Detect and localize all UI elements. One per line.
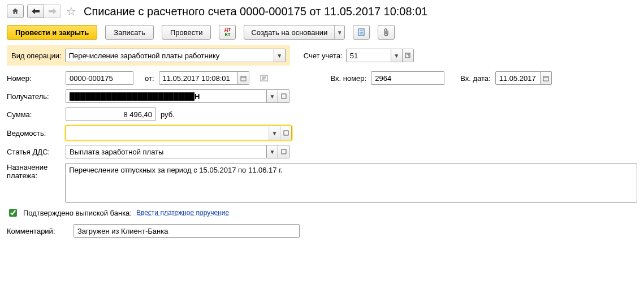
open-icon [283, 130, 289, 136]
recipient-input[interactable] [66, 89, 267, 103]
sum-input[interactable] [66, 108, 156, 121]
forward-button[interactable] [44, 5, 61, 18]
open-icon [281, 93, 287, 99]
incoming-date-label: Вх. дата: [460, 74, 490, 83]
open-icon [405, 53, 410, 58]
comment-label: Комментарий: [7, 227, 69, 235]
paperclip-icon [383, 28, 390, 36]
number-label: Номер: [7, 74, 61, 83]
svg-rect-13 [282, 94, 286, 98]
dtkt-icon: ДтКт [224, 27, 231, 37]
arrow-left-icon [32, 8, 40, 14]
incoming-num-input[interactable] [371, 71, 444, 85]
submit-button[interactable]: Провести [162, 25, 211, 40]
dropdown-button[interactable]: ▼ [267, 89, 278, 103]
dropdown-arrow-icon[interactable]: ▼ [334, 25, 344, 39]
open-button[interactable] [403, 49, 414, 62]
dropdown-button[interactable]: ▼ [391, 49, 403, 62]
incoming-date-input[interactable] [495, 71, 541, 85]
sheet-label: Ведомость: [7, 129, 61, 137]
print-icon-button[interactable] [257, 72, 271, 84]
purpose-label: Назначениеплатежа: [7, 163, 60, 180]
confirm-label: Подтверждено выпиской банка: [23, 209, 132, 217]
sum-label: Сумма: [7, 110, 61, 119]
calendar-button[interactable] [238, 71, 249, 85]
comment-input[interactable] [74, 224, 300, 238]
back-button[interactable] [27, 5, 44, 18]
dds-label: Статья ДДС: [7, 148, 61, 156]
recipient-label: Получатель: [7, 92, 61, 101]
number-input[interactable] [66, 71, 133, 85]
record-button[interactable]: Записать [105, 25, 154, 40]
confirm-checkbox[interactable] [9, 209, 17, 217]
svg-rect-15 [282, 149, 286, 154]
svg-rect-14 [284, 131, 288, 135]
dropdown-button[interactable]: ▼ [267, 145, 278, 158]
calendar-icon [543, 75, 549, 81]
favorite-star[interactable]: ☆ [64, 5, 78, 18]
create-based-label[interactable]: Создать на основании [244, 25, 334, 39]
purpose-textarea[interactable] [65, 163, 637, 203]
open-button[interactable] [280, 126, 291, 140]
operation-label: Вид операции: [11, 51, 62, 60]
open-button[interactable] [278, 89, 289, 103]
sheet-input[interactable] [66, 126, 269, 140]
account-label: Счет учета: [304, 51, 343, 60]
arrow-right-icon [49, 8, 57, 14]
dtkt-button[interactable]: ДтКт [219, 25, 236, 40]
create-based-button[interactable]: Создать на основании ▼ [244, 25, 345, 40]
page-title: Списание с расчетного счета 0000-000175 … [84, 5, 427, 18]
operation-select[interactable] [65, 49, 274, 62]
svg-rect-11 [543, 76, 548, 81]
dropdown-button[interactable]: ▼ [269, 126, 280, 140]
report-button[interactable] [353, 25, 370, 40]
datetime-input[interactable] [159, 71, 238, 85]
dds-input[interactable] [66, 145, 267, 158]
home-icon [11, 7, 19, 15]
calendar-icon [240, 75, 247, 81]
submit-close-button[interactable]: Провести и закрыть [7, 25, 97, 40]
attach-button[interactable] [378, 25, 395, 40]
sum-unit: руб. [161, 110, 175, 119]
document-icon [357, 28, 365, 36]
open-button[interactable] [278, 145, 289, 158]
calendar-button[interactable] [541, 71, 552, 85]
home-button[interactable] [7, 5, 24, 18]
dropdown-button[interactable]: ▼ [274, 49, 286, 62]
account-input[interactable] [346, 49, 391, 62]
svg-rect-4 [405, 53, 410, 58]
svg-rect-5 [241, 76, 246, 81]
enter-payment-link[interactable]: Ввести платежное поручение [136, 209, 229, 217]
open-icon [281, 149, 287, 154]
incoming-num-label: Вх. номер: [331, 74, 367, 83]
from-label: от: [145, 74, 154, 83]
form-icon [260, 75, 268, 81]
